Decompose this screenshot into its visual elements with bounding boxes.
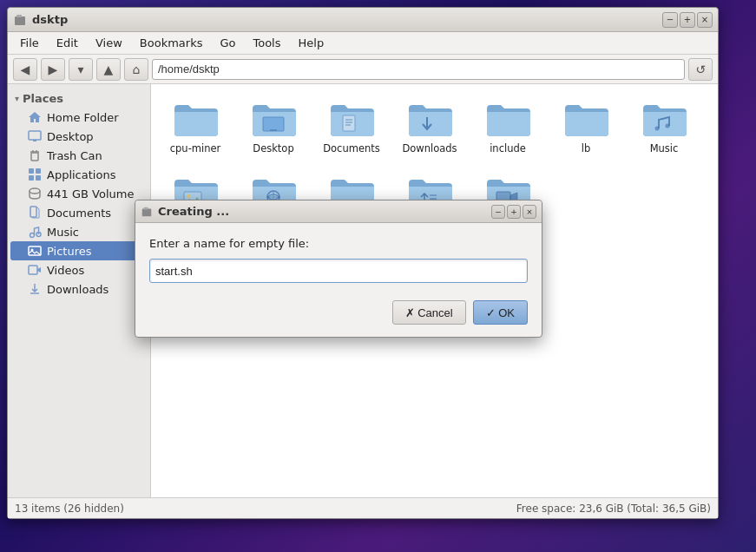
dialog-title-text: Creating ... bbox=[158, 205, 229, 218]
ok-button[interactable]: ✓ OK bbox=[473, 300, 528, 325]
dialog-buttons: ✗ Cancel ✓ OK bbox=[135, 293, 542, 337]
dialog-close-button[interactable]: × bbox=[523, 205, 536, 219]
dialog-icon bbox=[141, 206, 153, 218]
creating-dialog: Creating ... − + × Enter a name for empt… bbox=[135, 200, 542, 338]
dialog-title-bar: Creating ... − + × bbox=[135, 200, 542, 223]
dialog-controls: − + × bbox=[491, 205, 536, 219]
svg-rect-38 bbox=[144, 207, 148, 209]
cancel-button[interactable]: ✗ Cancel bbox=[392, 300, 466, 325]
dialog-minimize-button[interactable]: − bbox=[491, 205, 505, 219]
dialog-content: Enter a name for empty file: bbox=[135, 223, 542, 293]
svg-rect-37 bbox=[142, 208, 152, 216]
dialog-overlay: Creating ... − + × Enter a name for empt… bbox=[0, 0, 756, 552]
dialog-label: Enter a name for empty file: bbox=[149, 237, 528, 250]
dialog-maximize-button[interactable]: + bbox=[507, 205, 521, 219]
filename-input[interactable] bbox=[149, 259, 528, 283]
